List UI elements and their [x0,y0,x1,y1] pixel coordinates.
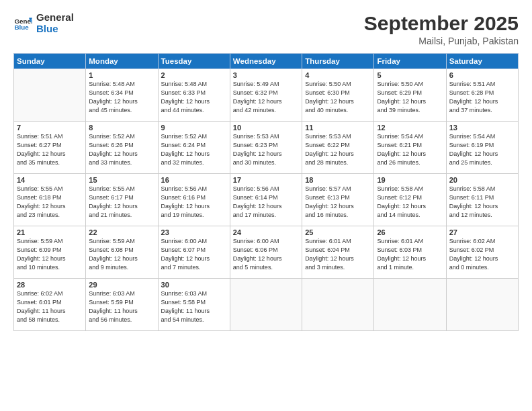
day-info: Sunrise: 5:56 AM Sunset: 6:14 PM Dayligh… [233,185,299,220]
day-info: Sunrise: 6:02 AM Sunset: 6:02 PM Dayligh… [449,237,515,272]
day-cell: 8Sunrise: 5:52 AM Sunset: 6:26 PM Daylig… [86,122,158,174]
day-number: 16 [161,176,227,184]
day-cell [374,279,446,331]
day-number: 10 [233,124,299,132]
day-info: Sunrise: 5:52 AM Sunset: 6:24 PM Dayligh… [161,132,227,167]
day-cell: 2Sunrise: 5:48 AM Sunset: 6:33 PM Daylig… [158,69,230,122]
day-number: 25 [305,228,371,236]
day-info: Sunrise: 5:58 AM Sunset: 6:11 PM Dayligh… [449,185,515,220]
day-cell: 1Sunrise: 5:48 AM Sunset: 6:34 PM Daylig… [86,69,158,122]
day-info: Sunrise: 5:51 AM Sunset: 6:28 PM Dayligh… [449,80,515,115]
day-info: Sunrise: 5:53 AM Sunset: 6:22 PM Dayligh… [305,132,371,167]
day-number: 5 [377,71,443,79]
weekday-header-friday: Friday [374,54,446,69]
day-cell: 28Sunrise: 6:02 AM Sunset: 6:01 PM Dayli… [14,279,86,331]
weekday-header-thursday: Thursday [302,54,374,69]
day-cell: 27Sunrise: 6:02 AM Sunset: 6:02 PM Dayli… [446,226,518,279]
day-cell: 21Sunrise: 5:59 AM Sunset: 6:09 PM Dayli… [14,226,86,279]
day-cell: 13Sunrise: 5:54 AM Sunset: 6:19 PM Dayli… [446,122,518,174]
day-cell [446,279,518,331]
day-info: Sunrise: 5:54 AM Sunset: 6:19 PM Dayligh… [449,132,515,167]
day-info: Sunrise: 5:55 AM Sunset: 6:17 PM Dayligh… [89,185,154,220]
weekday-header-monday: Monday [86,54,158,69]
week-row-5: 28Sunrise: 6:02 AM Sunset: 6:01 PM Dayli… [14,279,519,331]
day-info: Sunrise: 5:52 AM Sunset: 6:26 PM Dayligh… [89,132,154,167]
day-cell: 6Sunrise: 5:51 AM Sunset: 6:28 PM Daylig… [446,69,518,122]
day-number: 3 [233,71,299,79]
day-cell [14,69,86,122]
day-number: 8 [89,124,154,132]
day-info: Sunrise: 5:53 AM Sunset: 6:23 PM Dayligh… [233,132,299,167]
day-cell: 17Sunrise: 5:56 AM Sunset: 6:14 PM Dayli… [230,174,302,226]
week-row-3: 14Sunrise: 5:55 AM Sunset: 6:18 PM Dayli… [14,174,519,226]
weekday-header-saturday: Saturday [446,54,518,69]
day-cell: 29Sunrise: 6:03 AM Sunset: 5:59 PM Dayli… [86,279,158,331]
day-info: Sunrise: 5:49 AM Sunset: 6:32 PM Dayligh… [233,80,299,115]
day-number: 7 [17,124,83,132]
day-number: 14 [17,176,83,184]
header: General Blue General Blue September 2025… [13,12,519,46]
week-row-2: 7Sunrise: 5:51 AM Sunset: 6:27 PM Daylig… [14,122,519,174]
day-cell: 16Sunrise: 5:56 AM Sunset: 6:16 PM Dayli… [158,174,230,226]
day-number: 30 [161,281,227,289]
day-number: 6 [449,71,515,79]
day-number: 23 [161,228,227,236]
day-cell: 26Sunrise: 6:01 AM Sunset: 6:03 PM Dayli… [374,226,446,279]
day-number: 15 [89,176,154,184]
day-info: Sunrise: 5:50 AM Sunset: 6:30 PM Dayligh… [305,80,371,115]
day-info: Sunrise: 6:03 AM Sunset: 5:58 PM Dayligh… [161,289,227,324]
day-cell: 20Sunrise: 5:58 AM Sunset: 6:11 PM Dayli… [446,174,518,226]
day-info: Sunrise: 6:02 AM Sunset: 6:01 PM Dayligh… [17,289,83,324]
header-row: SundayMondayTuesdayWednesdayThursdayFrid… [14,54,519,69]
day-info: Sunrise: 5:50 AM Sunset: 6:29 PM Dayligh… [377,80,443,115]
week-row-1: 1Sunrise: 5:48 AM Sunset: 6:34 PM Daylig… [14,69,519,122]
title-block: September 2025 Mailsi, Punjab, Pakistan [364,12,519,46]
day-number: 13 [449,124,515,132]
day-cell [302,279,374,331]
day-cell: 5Sunrise: 5:50 AM Sunset: 6:29 PM Daylig… [374,69,446,122]
calendar-table: SundayMondayTuesdayWednesdayThursdayFrid… [13,53,519,331]
page: General Blue General Blue September 2025… [0,0,532,411]
day-info: Sunrise: 5:48 AM Sunset: 6:34 PM Dayligh… [89,80,154,115]
day-number: 29 [89,281,154,289]
day-number: 26 [377,228,443,236]
day-number: 19 [377,176,443,184]
day-info: Sunrise: 5:56 AM Sunset: 6:16 PM Dayligh… [161,185,227,220]
location: Mailsi, Punjab, Pakistan [364,36,519,46]
day-number: 4 [305,71,371,79]
day-info: Sunrise: 5:51 AM Sunset: 6:27 PM Dayligh… [17,132,83,167]
day-number: 27 [449,228,515,236]
day-info: Sunrise: 5:59 AM Sunset: 6:09 PM Dayligh… [17,237,83,272]
day-number: 28 [17,281,83,289]
day-info: Sunrise: 5:57 AM Sunset: 6:13 PM Dayligh… [305,185,371,220]
day-info: Sunrise: 5:54 AM Sunset: 6:21 PM Dayligh… [377,132,443,167]
day-number: 18 [305,176,371,184]
day-cell: 14Sunrise: 5:55 AM Sunset: 6:18 PM Dayli… [14,174,86,226]
logo-blue: Blue [36,24,74,35]
day-info: Sunrise: 5:59 AM Sunset: 6:08 PM Dayligh… [89,237,154,272]
day-cell: 7Sunrise: 5:51 AM Sunset: 6:27 PM Daylig… [14,122,86,174]
logo: General Blue General Blue [13,12,74,34]
day-cell: 3Sunrise: 5:49 AM Sunset: 6:32 PM Daylig… [230,69,302,122]
day-info: Sunrise: 5:55 AM Sunset: 6:18 PM Dayligh… [17,185,83,220]
day-number: 1 [89,71,154,79]
day-cell: 10Sunrise: 5:53 AM Sunset: 6:23 PM Dayli… [230,122,302,174]
day-info: Sunrise: 5:58 AM Sunset: 6:12 PM Dayligh… [377,185,443,220]
day-cell: 24Sunrise: 6:00 AM Sunset: 6:06 PM Dayli… [230,226,302,279]
day-info: Sunrise: 6:01 AM Sunset: 6:04 PM Dayligh… [305,237,371,272]
day-number: 11 [305,124,371,132]
week-row-4: 21Sunrise: 5:59 AM Sunset: 6:09 PM Dayli… [14,226,519,279]
logo-icon: General Blue [13,14,32,33]
day-number: 22 [89,228,154,236]
day-cell: 18Sunrise: 5:57 AM Sunset: 6:13 PM Dayli… [302,174,374,226]
day-info: Sunrise: 5:48 AM Sunset: 6:33 PM Dayligh… [161,80,227,115]
day-number: 17 [233,176,299,184]
day-cell: 4Sunrise: 5:50 AM Sunset: 6:30 PM Daylig… [302,69,374,122]
day-number: 20 [449,176,515,184]
day-cell: 12Sunrise: 5:54 AM Sunset: 6:21 PM Dayli… [374,122,446,174]
svg-text:Blue: Blue [14,24,29,31]
day-cell: 15Sunrise: 5:55 AM Sunset: 6:17 PM Dayli… [86,174,158,226]
weekday-header-sunday: Sunday [14,54,86,69]
day-number: 2 [161,71,227,79]
day-info: Sunrise: 6:03 AM Sunset: 5:59 PM Dayligh… [89,289,154,324]
